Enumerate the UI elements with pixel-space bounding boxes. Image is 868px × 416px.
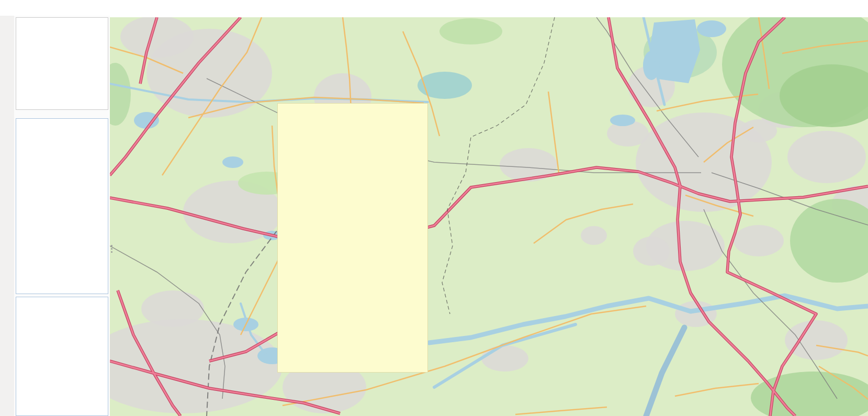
parameters-panel bbox=[16, 297, 108, 416]
side-tab-strip bbox=[0, 16, 15, 416]
locations-panel bbox=[16, 118, 108, 294]
layer-list bbox=[16, 17, 108, 110]
map-canvas[interactable] bbox=[110, 17, 868, 416]
parameters-panel-title bbox=[16, 297, 108, 302]
sidebar bbox=[14, 16, 110, 416]
locations-panel-title bbox=[16, 119, 108, 123]
map-terrain bbox=[110, 17, 868, 416]
splitter-handle[interactable] bbox=[111, 245, 112, 246]
getfeatureinfo-tooltip bbox=[277, 103, 428, 373]
